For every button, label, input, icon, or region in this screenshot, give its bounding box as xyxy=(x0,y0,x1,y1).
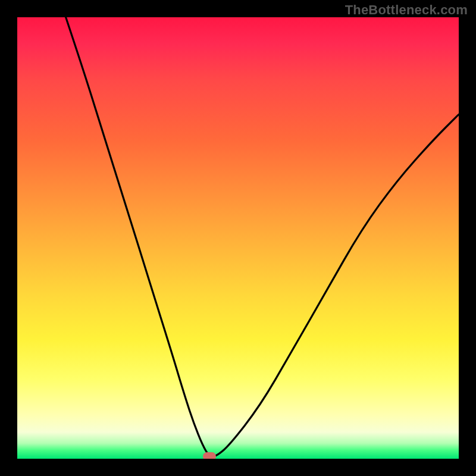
watermark-text: TheBottleneck.com xyxy=(345,2,468,18)
minimum-point-marker xyxy=(203,452,216,459)
chart-frame: TheBottleneck.com xyxy=(0,0,476,476)
plot-area xyxy=(17,17,459,459)
bottleneck-curve xyxy=(17,17,459,459)
